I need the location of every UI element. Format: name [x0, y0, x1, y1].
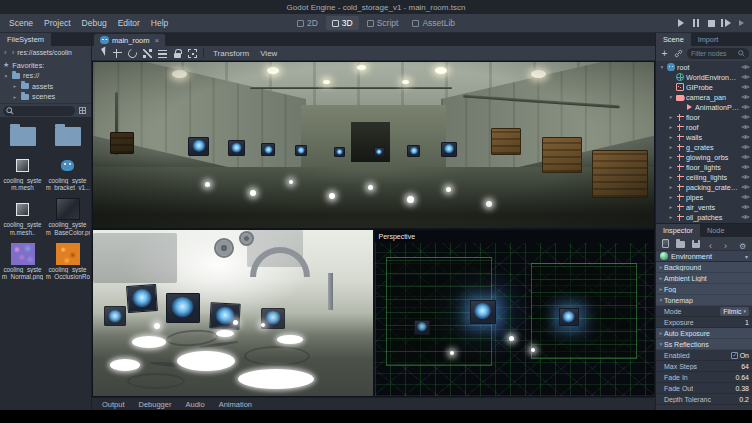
inspector-row[interactable]: Exposure 1 ▾ [656, 317, 752, 328]
tool-button[interactable] [95, 47, 109, 60]
playback-button[interactable] [734, 17, 748, 29]
inspector-row[interactable]: Ambient Light ▾ [656, 273, 752, 284]
visibility-eye-icon[interactable] [741, 104, 750, 110]
viewport-menu[interactable]: Transform [208, 47, 254, 60]
property-value[interactable]: 0.38 ▾ [735, 385, 749, 392]
tool-button[interactable] [170, 47, 184, 60]
scene-node-row[interactable]: WorldEnvironment [656, 72, 752, 82]
expand-arrow[interactable] [668, 124, 674, 130]
inspector-row[interactable]: Enabled On ▾ [656, 350, 752, 361]
expand-arrow[interactable] [668, 144, 674, 150]
inspector-row[interactable]: Fog ▾ [656, 284, 752, 295]
scene-node-row[interactable]: walls [656, 132, 752, 142]
file-item[interactable] [45, 120, 90, 151]
file-item[interactable] [0, 120, 45, 151]
inspector-tool-button[interactable] [704, 238, 717, 249]
inspector-row[interactable]: Auto Exposure ▾ [656, 328, 752, 339]
dock-tab[interactable]: Import [691, 33, 726, 46]
add-node-button[interactable]: + [659, 48, 670, 59]
scene-node-row[interactable]: oil_patches [656, 212, 752, 222]
scene-node-row[interactable]: glowing_orbs [656, 152, 752, 162]
bottom-panel-tab[interactable]: Debugger [133, 399, 178, 410]
folder-row[interactable]: assets [0, 81, 91, 92]
inspector-row[interactable]: Depth Toleranc 0.2 ▾ [656, 394, 752, 405]
scene-node-row[interactable]: pipes [656, 192, 752, 202]
visibility-eye-icon[interactable] [741, 114, 750, 120]
scene-node-row[interactable]: root [656, 62, 752, 72]
visibility-eye-icon[interactable] [741, 144, 750, 150]
edited-resource-row[interactable]: Environment ▾ [656, 250, 752, 262]
dock-tab[interactable]: Scene [656, 33, 691, 46]
property-value[interactable]: Filmic ▾ [720, 307, 749, 316]
playback-button[interactable] [704, 17, 718, 29]
property-value[interactable]: 0.2 ▾ [739, 396, 749, 403]
scene-node-row[interactable]: floor [656, 112, 752, 122]
visibility-eye-icon[interactable] [741, 164, 750, 170]
expand-arrow[interactable] [668, 114, 674, 120]
file-item[interactable]: cooling_syste m_OcclusionRou [45, 240, 90, 284]
workspace-tab[interactable]: Script [361, 16, 405, 30]
filesystem-dock-tab[interactable]: FileSystem [0, 33, 51, 46]
visibility-eye-icon[interactable] [741, 124, 750, 130]
visibility-eye-icon[interactable] [741, 214, 750, 220]
bottom-panel-tab[interactable]: Animation [213, 399, 258, 410]
tool-button[interactable] [140, 47, 154, 60]
menu-item[interactable]: Help [146, 16, 173, 30]
inspector-row[interactable]: Max Steps 64 ▾ [656, 361, 752, 372]
visibility-eye-icon[interactable] [741, 194, 750, 200]
viewport-top[interactable] [93, 62, 654, 230]
bottom-panel-tab[interactable]: Audio [179, 399, 210, 410]
visibility-eye-icon[interactable] [741, 74, 750, 80]
folder-row[interactable]: res:// [0, 71, 91, 82]
workspace-tab[interactable]: 3D [326, 16, 359, 30]
workspace-tab[interactable]: 2D [291, 16, 324, 30]
inspector-tool-button[interactable] [659, 238, 672, 249]
expand-arrow[interactable] [668, 204, 674, 210]
file-item[interactable]: cooling_syste m_Normal.png [0, 240, 45, 284]
expand-arrow[interactable] [668, 94, 674, 100]
expand-arrow[interactable] [668, 174, 674, 180]
file-item[interactable]: cooling_syste m_BaseColor.pn [45, 195, 90, 239]
viewport-bottom-right[interactable]: Perspective [375, 230, 655, 396]
playback-button[interactable] [674, 17, 688, 29]
expand-arrow[interactable] [668, 164, 674, 170]
file-item[interactable]: cooling_syste m_bracket_v1... [45, 151, 90, 195]
property-value[interactable]: 0.64 ▾ [735, 374, 749, 381]
visibility-eye-icon[interactable] [741, 64, 750, 70]
view-mode-toggle[interactable] [77, 105, 88, 116]
inspector-row[interactable]: Background ▾ [656, 262, 752, 273]
search-files-input[interactable] [3, 106, 75, 116]
file-item[interactable]: cooling_syste m.mesh.. [0, 195, 45, 239]
expand-arrow[interactable] [3, 73, 9, 79]
scene-node-row[interactable]: packing_crates_and.. [656, 182, 752, 192]
viewport-bottom-left[interactable] [93, 230, 375, 396]
menu-item[interactable]: Editor [113, 16, 145, 30]
folder-row[interactable]: scenes [0, 92, 91, 103]
dock-tab[interactable]: Inspector [656, 224, 700, 237]
expand-arrow[interactable] [668, 214, 674, 220]
playback-button[interactable] [689, 17, 703, 29]
expand-arrow[interactable] [668, 194, 674, 200]
scene-node-row[interactable]: GIProbe [656, 82, 752, 92]
expand-arrow[interactable] [668, 134, 674, 140]
menu-item[interactable]: Debug [77, 16, 112, 30]
visibility-eye-icon[interactable] [741, 134, 750, 140]
visibility-eye-icon[interactable] [741, 204, 750, 210]
scene-node-row[interactable]: roof [656, 122, 752, 132]
scene-node-row[interactable]: camera_pan [656, 92, 752, 102]
expand-arrow[interactable] [659, 64, 665, 70]
inspector-tool-button[interactable] [719, 238, 732, 249]
bottom-panel-tab[interactable]: Output [96, 399, 131, 410]
property-value[interactable]: 1 ▾ [745, 319, 749, 326]
scene-node-row[interactable]: ceiling_lights [656, 172, 752, 182]
filter-nodes-input[interactable] [691, 50, 736, 57]
scene-node-row[interactable]: floor_lights [656, 162, 752, 172]
expand-arrow[interactable] [668, 154, 674, 160]
inspector-tool-button[interactable] [736, 238, 749, 249]
inspector-row[interactable]: Mode Filmic ▾ [656, 306, 752, 317]
path-forward-button[interactable]: › [10, 49, 17, 57]
expand-arrow[interactable] [12, 83, 18, 89]
visibility-eye-icon[interactable] [741, 94, 750, 100]
expand-arrow[interactable] [668, 184, 674, 190]
visibility-eye-icon[interactable] [741, 84, 750, 90]
